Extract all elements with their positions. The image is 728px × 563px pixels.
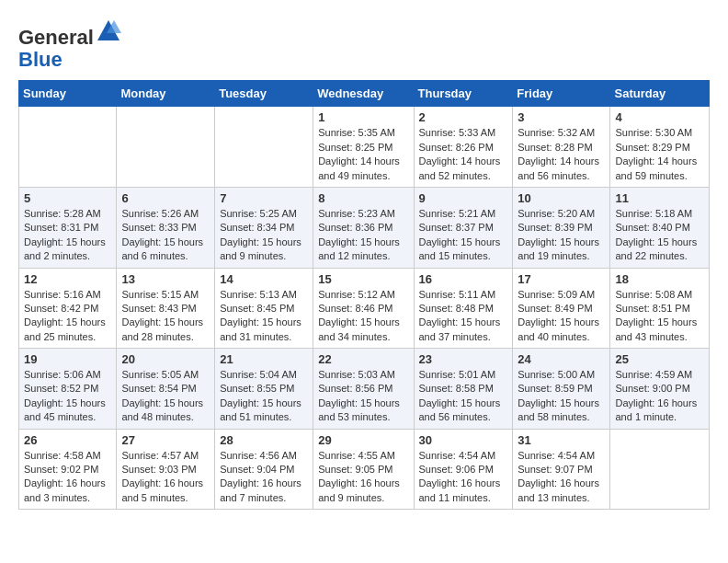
calendar-cell: 13Sunrise: 5:15 AM Sunset: 8:43 PM Dayli… (117, 268, 215, 349)
weekday-header: Thursday (414, 81, 513, 107)
logo-icon (96, 18, 121, 44)
day-number: 24 (518, 352, 605, 366)
calendar-cell: 17Sunrise: 5:09 AM Sunset: 8:49 PM Dayli… (513, 268, 610, 349)
cell-content: Sunrise: 4:54 AM Sunset: 9:06 PM Dayligh… (419, 449, 508, 506)
day-number: 31 (518, 433, 605, 447)
logo: General Blue (18, 18, 121, 71)
day-number: 22 (318, 352, 408, 366)
cell-content: Sunrise: 4:56 AM Sunset: 9:04 PM Dayligh… (220, 449, 308, 506)
calendar-cell: 6Sunrise: 5:26 AM Sunset: 8:33 PM Daylig… (117, 187, 215, 268)
cell-content: Sunrise: 5:32 AM Sunset: 8:28 PM Dayligh… (518, 126, 605, 183)
calendar-cell (215, 107, 313, 188)
cell-content: Sunrise: 5:00 AM Sunset: 8:59 PM Dayligh… (518, 368, 605, 425)
calendar-cell: 15Sunrise: 5:12 AM Sunset: 8:46 PM Dayli… (313, 268, 414, 349)
day-number: 6 (121, 191, 210, 205)
calendar-cell: 26Sunrise: 4:58 AM Sunset: 9:02 PM Dayli… (19, 429, 117, 510)
cell-content: Sunrise: 5:04 AM Sunset: 8:55 PM Dayligh… (220, 368, 308, 425)
calendar-cell: 24Sunrise: 5:00 AM Sunset: 8:59 PM Dayli… (513, 349, 610, 430)
cell-content: Sunrise: 5:30 AM Sunset: 8:29 PM Dayligh… (615, 126, 704, 183)
day-number: 13 (121, 272, 210, 286)
calendar-cell (610, 429, 710, 510)
day-number: 4 (615, 110, 704, 124)
day-number: 1 (318, 110, 408, 124)
calendar-cell: 30Sunrise: 4:54 AM Sunset: 9:06 PM Dayli… (414, 429, 513, 510)
weekday-header: Sunday (19, 81, 117, 107)
day-number: 8 (318, 191, 408, 205)
cell-content: Sunrise: 5:13 AM Sunset: 8:45 PM Dayligh… (220, 288, 308, 345)
calendar-cell: 20Sunrise: 5:05 AM Sunset: 8:54 PM Dayli… (117, 349, 215, 430)
calendar-cell: 25Sunrise: 4:59 AM Sunset: 9:00 PM Dayli… (610, 349, 710, 430)
cell-content: Sunrise: 5:09 AM Sunset: 8:49 PM Dayligh… (518, 288, 605, 345)
cell-content: Sunrise: 4:55 AM Sunset: 9:05 PM Dayligh… (318, 449, 408, 506)
day-number: 26 (24, 433, 111, 447)
calendar-table: SundayMondayTuesdayWednesdayThursdayFrid… (18, 80, 710, 510)
cell-content: Sunrise: 4:54 AM Sunset: 9:07 PM Dayligh… (518, 449, 605, 506)
page-header: General Blue (18, 18, 710, 71)
calendar-cell (117, 107, 215, 188)
cell-content: Sunrise: 5:16 AM Sunset: 8:42 PM Dayligh… (24, 288, 111, 345)
calendar-cell: 31Sunrise: 4:54 AM Sunset: 9:07 PM Dayli… (513, 429, 610, 510)
day-number: 27 (121, 433, 210, 447)
calendar-cell: 1Sunrise: 5:35 AM Sunset: 8:25 PM Daylig… (313, 107, 414, 188)
day-number: 23 (419, 352, 508, 366)
calendar-cell: 9Sunrise: 5:21 AM Sunset: 8:37 PM Daylig… (414, 187, 513, 268)
cell-content: Sunrise: 5:21 AM Sunset: 8:37 PM Dayligh… (419, 207, 508, 264)
weekday-header: Tuesday (215, 81, 313, 107)
day-number: 30 (419, 433, 508, 447)
calendar-week-row: 12Sunrise: 5:16 AM Sunset: 8:42 PM Dayli… (19, 268, 710, 349)
day-number: 12 (24, 272, 111, 286)
calendar-cell (19, 107, 117, 188)
day-number: 20 (121, 352, 210, 366)
day-number: 18 (615, 272, 704, 286)
day-number: 17 (518, 272, 605, 286)
calendar-week-row: 1Sunrise: 5:35 AM Sunset: 8:25 PM Daylig… (19, 107, 710, 188)
cell-content: Sunrise: 5:25 AM Sunset: 8:34 PM Dayligh… (220, 207, 308, 264)
day-number: 14 (220, 272, 308, 286)
day-number: 28 (220, 433, 308, 447)
cell-content: Sunrise: 5:05 AM Sunset: 8:54 PM Dayligh… (121, 368, 210, 425)
calendar-week-row: 19Sunrise: 5:06 AM Sunset: 8:52 PM Dayli… (19, 349, 710, 430)
day-number: 21 (220, 352, 308, 366)
day-number: 11 (615, 191, 704, 205)
cell-content: Sunrise: 5:23 AM Sunset: 8:36 PM Dayligh… (318, 207, 408, 264)
day-number: 3 (518, 110, 605, 124)
day-number: 7 (220, 191, 308, 205)
calendar-cell: 12Sunrise: 5:16 AM Sunset: 8:42 PM Dayli… (19, 268, 117, 349)
cell-content: Sunrise: 5:11 AM Sunset: 8:48 PM Dayligh… (419, 288, 508, 345)
cell-content: Sunrise: 5:33 AM Sunset: 8:26 PM Dayligh… (419, 126, 508, 183)
day-number: 9 (419, 191, 508, 205)
day-number: 16 (419, 272, 508, 286)
day-number: 2 (419, 110, 508, 124)
cell-content: Sunrise: 5:26 AM Sunset: 8:33 PM Dayligh… (121, 207, 210, 264)
calendar-week-row: 26Sunrise: 4:58 AM Sunset: 9:02 PM Dayli… (19, 429, 710, 510)
cell-content: Sunrise: 4:58 AM Sunset: 9:02 PM Dayligh… (24, 449, 111, 506)
calendar-cell: 4Sunrise: 5:30 AM Sunset: 8:29 PM Daylig… (610, 107, 710, 188)
weekday-header: Friday (513, 81, 610, 107)
calendar-cell: 7Sunrise: 5:25 AM Sunset: 8:34 PM Daylig… (215, 187, 313, 268)
calendar-cell: 2Sunrise: 5:33 AM Sunset: 8:26 PM Daylig… (414, 107, 513, 188)
cell-content: Sunrise: 5:15 AM Sunset: 8:43 PM Dayligh… (121, 288, 210, 345)
logo-blue: Blue (18, 48, 63, 71)
calendar-cell: 3Sunrise: 5:32 AM Sunset: 8:28 PM Daylig… (513, 107, 610, 188)
calendar-cell: 27Sunrise: 4:57 AM Sunset: 9:03 PM Dayli… (117, 429, 215, 510)
calendar-cell: 22Sunrise: 5:03 AM Sunset: 8:56 PM Dayli… (313, 349, 414, 430)
cell-content: Sunrise: 5:03 AM Sunset: 8:56 PM Dayligh… (318, 368, 408, 425)
calendar-cell: 16Sunrise: 5:11 AM Sunset: 8:48 PM Dayli… (414, 268, 513, 349)
calendar-cell: 5Sunrise: 5:28 AM Sunset: 8:31 PM Daylig… (19, 187, 117, 268)
cell-content: Sunrise: 5:06 AM Sunset: 8:52 PM Dayligh… (24, 368, 111, 425)
weekday-header: Wednesday (313, 81, 414, 107)
weekday-header: Saturday (610, 81, 710, 107)
cell-content: Sunrise: 5:28 AM Sunset: 8:31 PM Dayligh… (24, 207, 111, 264)
cell-content: Sunrise: 5:18 AM Sunset: 8:40 PM Dayligh… (615, 207, 704, 264)
cell-content: Sunrise: 5:12 AM Sunset: 8:46 PM Dayligh… (318, 288, 408, 345)
calendar-cell: 23Sunrise: 5:01 AM Sunset: 8:58 PM Dayli… (414, 349, 513, 430)
calendar-cell: 29Sunrise: 4:55 AM Sunset: 9:05 PM Dayli… (313, 429, 414, 510)
calendar-cell: 11Sunrise: 5:18 AM Sunset: 8:40 PM Dayli… (610, 187, 710, 268)
cell-content: Sunrise: 5:08 AM Sunset: 8:51 PM Dayligh… (615, 288, 704, 345)
calendar-cell: 14Sunrise: 5:13 AM Sunset: 8:45 PM Dayli… (215, 268, 313, 349)
cell-content: Sunrise: 5:35 AM Sunset: 8:25 PM Dayligh… (318, 126, 408, 183)
cell-content: Sunrise: 4:57 AM Sunset: 9:03 PM Dayligh… (121, 449, 210, 506)
calendar-cell: 8Sunrise: 5:23 AM Sunset: 8:36 PM Daylig… (313, 187, 414, 268)
day-number: 15 (318, 272, 408, 286)
calendar-cell: 19Sunrise: 5:06 AM Sunset: 8:52 PM Dayli… (19, 349, 117, 430)
